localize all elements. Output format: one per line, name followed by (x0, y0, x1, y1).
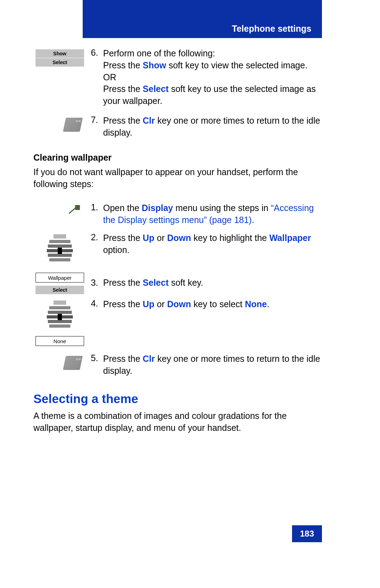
c3-num: 3. (86, 278, 103, 288)
c3-body: Press the Select soft key. (103, 277, 322, 289)
up-keyword: Up (143, 233, 154, 243)
clearing-intro: If you do not want wallpaper to appear o… (33, 166, 322, 190)
c2-c: or (154, 233, 167, 243)
nav-key-icon-2 (46, 301, 74, 334)
show-keyword: Show (143, 60, 166, 70)
page-header-title: Telephone settings (232, 24, 311, 34)
c2-a: Press the (103, 233, 143, 243)
step-6-body: Perform one of the following: Press the … (103, 48, 322, 107)
none-option-box: None (36, 336, 84, 346)
wallpaper-option-box: Wallpaper (36, 273, 84, 283)
c4-e: key to select (191, 299, 245, 309)
step6-line3a: Press the (103, 84, 143, 94)
header-band: Telephone settings (83, 0, 322, 38)
clear-step-5: 5. Press the Clr key one or more times t… (33, 353, 322, 377)
c5-num: 5. (86, 353, 103, 377)
c2-g: option. (103, 245, 129, 255)
c2-body: Press the Up or Down key to highlight th… (103, 232, 322, 268)
c1-body: Open the Display menu using the steps in… (103, 202, 322, 226)
softkey-select-2: Select (36, 285, 84, 294)
step-6-row: Show Select 6. Perform one of the follow… (33, 48, 322, 107)
wallpaper-keyword: Wallpaper (269, 233, 311, 243)
step-7-body: Press the Clr key one or more times to r… (103, 115, 322, 139)
up-keyword-2: Up (143, 299, 154, 309)
c5-body: Press the Clr key one or more times to r… (103, 353, 322, 377)
down-keyword: Down (167, 233, 191, 243)
softkey-show: Show (36, 49, 84, 58)
c2-e: key to highlight the (191, 233, 269, 243)
nav-key-icon (46, 234, 74, 268)
step-7-row: 7. Press the Clr key one or more times t… (33, 115, 322, 139)
c4-c: or (154, 299, 167, 309)
c4-num: 4. (86, 298, 103, 346)
step-6-number: 6. (86, 48, 103, 107)
c1-dot: . (252, 215, 254, 225)
step-7-number: 7. (86, 115, 103, 139)
select-keyword-2: Select (143, 278, 169, 287)
step6-line1: Perform one of the following: (103, 48, 215, 58)
c3-c: soft key. (169, 278, 203, 287)
clear-step-2: 2. Press the Up or Down key to highlight… (33, 232, 322, 268)
clearing-heading: Clearing wallpaper (33, 153, 322, 163)
c2-num: 2. (86, 232, 103, 268)
step6-line2c: soft key to view the selected image. (166, 60, 308, 70)
c5-a: Press the (103, 354, 143, 364)
select-keyword: Select (143, 84, 169, 94)
clr-key-icon (63, 118, 83, 132)
step7-a: Press the (103, 116, 143, 125)
clr-keyword: Clr (143, 116, 155, 125)
step6-or: OR (103, 72, 116, 82)
clear-step-1: 1. Open the Display menu using the steps… (33, 202, 322, 226)
display-keyword: Display (142, 203, 173, 213)
c1-c: menu using the steps in (173, 203, 271, 213)
c4-g: . (267, 299, 269, 309)
c1-num: 1. (86, 202, 103, 226)
selecting-theme-body: A theme is a combination of images and c… (33, 410, 322, 434)
clr-keyword-2: Clr (143, 354, 155, 364)
c3-a: Press the (103, 278, 143, 287)
selecting-theme-heading: Selecting a theme (33, 392, 322, 406)
clr-key-icon-2 (63, 356, 83, 370)
down-keyword-2: Down (167, 299, 191, 309)
c4-body: Press the Up or Down key to select None. (103, 298, 322, 346)
none-keyword: None (245, 299, 267, 309)
wand-icon (67, 205, 80, 215)
softkey-select: Select (36, 58, 84, 67)
clear-step-4: None 4. Press the Up or Down key to sele… (33, 298, 322, 346)
page-content: Show Select 6. Perform one of the follow… (33, 48, 322, 434)
c4-a: Press the (103, 299, 143, 309)
clear-step-3: Wallpaper Select 3. Press the Select sof… (33, 271, 322, 294)
c1-a: Open the (103, 203, 142, 213)
step6-line2a: Press the (103, 60, 143, 70)
page-number: 183 (292, 525, 322, 542)
